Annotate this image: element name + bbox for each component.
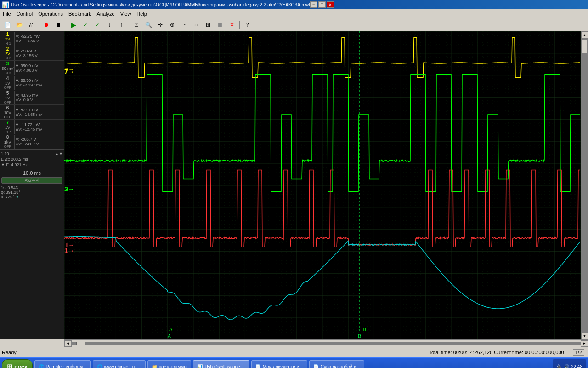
ch1-info: V: -52.75 mV ΔV: -1.038 V — [16, 34, 63, 43]
close-button[interactable]: × — [327, 1, 334, 8]
tb-x[interactable]: ✕ — [226, 20, 237, 30]
tb-stop[interactable]: ⏹ — [53, 20, 64, 30]
menu-analyze[interactable]: Analyze — [94, 10, 118, 17]
ch8-dv: ΔV: -241.7 V — [16, 142, 63, 146]
tb-print[interactable]: 🖨 — [26, 20, 37, 30]
ch6-label[interactable]: 6 10V OFF — [1, 105, 15, 119]
hscroll-track[interactable] — [72, 342, 581, 345]
ch3-input: IN 3 — [4, 71, 11, 75]
system-tray: 🔌 🔊 22:48 — [553, 359, 586, 368]
tb-rev[interactable]: ↔ — [191, 20, 202, 30]
menu-help[interactable]: Help — [134, 10, 150, 17]
maximize-button[interactable]: □ — [318, 1, 326, 8]
status-time-info: Total time: 00:00:14:262,120 Current tim… — [429, 350, 564, 355]
ch6-dv: ΔV: -14.65 mV — [16, 112, 63, 117]
taskbar-osc-label: Usb Oscilloscope ... — [204, 364, 245, 368]
taskbar-item-rambler[interactable]: 🌐 Rambler: информ... — [34, 360, 91, 368]
menu-operations[interactable]: Operations — [35, 10, 66, 17]
hscroll-right[interactable]: ► — [581, 340, 588, 347]
channel-4-row: 4 1V OFF V: 33.70 mV ΔV: -2.197 mV — [0, 75, 64, 90]
mode-btn[interactable]: Av./P-Pl — [1, 177, 62, 184]
tb-arrow-dn[interactable]: ↓ — [104, 20, 115, 30]
scroll-up-arrow[interactable]: ▲ — [581, 31, 588, 39]
start-label: пуск — [14, 363, 28, 368]
ch4-label[interactable]: 4 1V OFF — [1, 76, 15, 90]
tb-arrow-up[interactable]: ↑ — [116, 20, 127, 30]
ch7-volt: 1V — [5, 125, 10, 130]
tb-zoom-fit[interactable]: ⊡ — [131, 20, 142, 30]
menu-view[interactable]: View — [118, 10, 134, 17]
measurements-time: E Δt: 203.2 ms — [1, 157, 63, 161]
osc-icon: 📊 — [197, 364, 203, 368]
tb-cross[interactable]: ✛ — [155, 20, 166, 30]
taskbar-item-chipsoft[interactable]: 🌐 www.chipsoft.ru ... — [93, 360, 146, 368]
taskbar-item-suba[interactable]: 📄 Суба разнобой и... — [309, 360, 364, 368]
folder-icon: 📁 — [152, 364, 157, 368]
scope-area[interactable]: ▲ ▼ 7→ 2→ 1→ A B — [64, 31, 588, 339]
status-left: Ready — [0, 347, 64, 357]
ctrl-separator — [1, 168, 63, 168]
menu-bookmark[interactable]: Bookmark — [66, 10, 94, 17]
hscroll-thumb[interactable] — [76, 342, 85, 345]
taskbar-item-docs[interactable]: 📄 Мои документи и... — [251, 360, 307, 368]
menu-control[interactable]: Control — [14, 10, 35, 17]
minimize-button[interactable]: − — [310, 1, 317, 8]
tb-stop2[interactable]: ◼ — [215, 20, 226, 30]
hscroll-left[interactable]: ◄ — [64, 340, 72, 347]
ch5-v: V: 43.95 mV — [16, 93, 63, 98]
titlebar: 📊 Usb Oscilloscope - C:\Documents and Se… — [0, 0, 588, 9]
ch1-label[interactable]: 1 2V IN 1 — [1, 32, 15, 46]
tb-check2[interactable]: ✓ — [92, 20, 103, 30]
taskbar-item-folder[interactable]: 📁 постограммы — [147, 360, 192, 368]
ch7-label[interactable]: 7 1V IN 7 — [1, 120, 15, 134]
ch3-number: 3 — [6, 61, 9, 66]
tb-new[interactable]: 📄 — [2, 20, 13, 30]
browser-icon: 🌐 — [39, 364, 44, 368]
tb-sep4 — [239, 21, 240, 29]
start-button[interactable]: ⊞ пуск — [2, 359, 33, 368]
ch4-input: OFF — [4, 86, 11, 90]
phase-val: φ: 391.18° — [1, 190, 63, 195]
ch3-label[interactable]: 3 50 mV IN 3 — [1, 61, 15, 75]
scroll-track[interactable] — [581, 39, 588, 332]
timebase-arrows[interactable]: ▲▼ — [55, 151, 63, 156]
bottom-controls: 1:10 ▲▼ E Δt: 203.2 ms ▼ F: 4.921 Hz 10.… — [0, 149, 64, 201]
channel-7-row: 7 1V IN 7 V: -11.72 mV ΔV: -12.45 mV — [0, 120, 64, 134]
tb-check[interactable]: ✓ — [80, 20, 91, 30]
ch2-number: 2 — [6, 46, 9, 52]
ch1-input: IN 1 — [4, 41, 11, 46]
tb-help[interactable]: ? — [242, 20, 253, 30]
channel-5-row: 5 1V OFF V: 43.95 mV ΔV: 0.0 V — [0, 90, 64, 105]
ch7-marker: 7→ — [64, 68, 74, 75]
f-rate: ▼ F: 4.921 Hz — [1, 162, 28, 167]
timebase-value: 10.0 ms — [1, 169, 63, 177]
ch2-volt: 2V — [5, 52, 10, 56]
angle-dropdown[interactable]: ▼ — [15, 195, 19, 199]
scroll-thumb[interactable] — [582, 40, 587, 53]
taskbar-item-oscilloscope[interactable]: 📊 Usb Oscilloscope ... — [193, 360, 249, 368]
tb-open[interactable]: 📂 — [14, 20, 25, 30]
tb-split[interactable]: ⊞ — [203, 20, 214, 30]
tb-cursor[interactable]: ⊕ — [167, 20, 178, 30]
ch8-label[interactable]: 8 1kV OFF — [1, 135, 15, 149]
suba-icon: 📄 — [313, 364, 319, 368]
ch2-label[interactable]: 2 2V IN 2 — [1, 46, 15, 60]
tb-wave[interactable]: ~ — [179, 20, 190, 30]
status-right: Total time: 00:00:14:262,120 Current tim… — [64, 350, 588, 355]
tb-record[interactable]: ⏺ — [41, 20, 52, 30]
menu-file[interactable]: File — [0, 10, 14, 17]
menubar: File Control Operations Bookmark Analyze… — [0, 9, 588, 18]
scroll-down-arrow[interactable]: ▼ — [581, 332, 588, 339]
channel-6-row: 6 10V OFF V: 87.91 mV ΔV: -14.65 mV — [0, 105, 64, 120]
phase-info: 1s: 0.543 φ: 391.18° α: 720° ▼ — [1, 185, 63, 199]
status-pages: 1/2 — [573, 349, 584, 356]
tb-run[interactable]: ▶ — [68, 20, 79, 30]
ch5-label[interactable]: 5 1V OFF — [1, 91, 15, 104]
oscilloscope-canvas[interactable] — [64, 31, 581, 339]
tb-zoom[interactable]: 🔍 — [143, 20, 154, 30]
horizontal-scrollbar[interactable]: ◄ ► — [64, 339, 588, 347]
ch7-v: V: -11.72 mV — [16, 122, 63, 127]
ch6-input: OFF — [4, 115, 11, 119]
vertical-scrollbar[interactable]: ▲ ▼ — [581, 31, 588, 339]
channel-8-row: 8 1kV OFF V: -285.7 V ΔV: -241.7 V — [0, 134, 64, 149]
